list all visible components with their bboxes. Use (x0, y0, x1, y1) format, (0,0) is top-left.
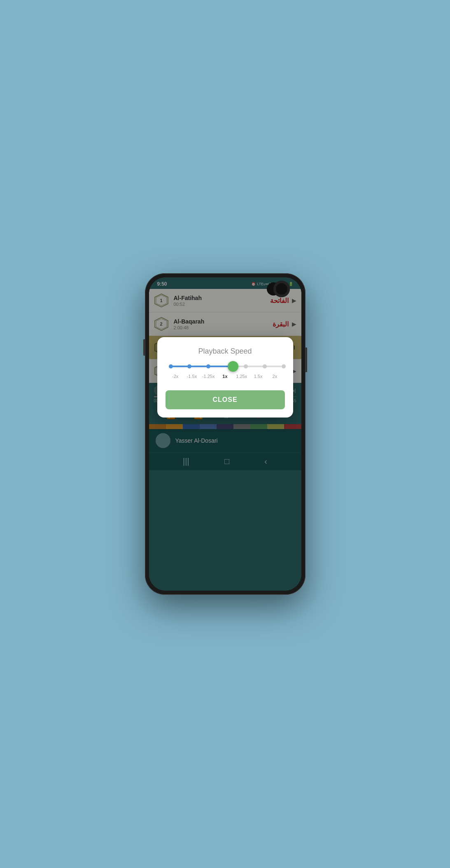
speed-track[interactable] (169, 366, 282, 367)
speed-label-3[interactable]: -1.25x (200, 374, 217, 379)
speed-dot-2 (187, 364, 191, 368)
phone-screen: 9:50 ⏰ LTE₁▪▪LTE₂▪▪ 67% 🔋 (149, 277, 301, 591)
speed-label-4[interactable]: 1x (217, 374, 233, 379)
phone-frame: 9:50 ⏰ LTE₁▪▪LTE₂▪▪ 67% 🔋 (145, 273, 305, 595)
speed-slider-container[interactable]: -2x -1.5x -1.25x 1x 1.25x 1.5x 2x (166, 366, 285, 379)
speed-label-7[interactable]: 2x (266, 374, 283, 379)
speed-thumb[interactable] (228, 361, 238, 372)
modal-title: Playback Speed (166, 347, 285, 356)
speed-label-2[interactable]: -1.5x (184, 374, 200, 379)
speed-dot-5 (244, 364, 248, 368)
speed-dot-7 (282, 364, 286, 368)
speed-label-5[interactable]: 1.25x (233, 374, 250, 379)
battery-text: 67% (280, 282, 287, 286)
speed-dot-1 (169, 364, 173, 368)
playback-speed-modal: Playback Speed (157, 337, 293, 418)
speed-labels: -2x -1.5x -1.25x 1x 1.25x 1.5x 2x (167, 374, 283, 379)
app-screen: 9:50 ⏰ LTE₁▪▪LTE₂▪▪ 67% 🔋 (149, 277, 301, 591)
speed-track-filled (169, 366, 234, 367)
volume-button (143, 339, 145, 356)
close-button[interactable]: CLOSE (166, 390, 285, 409)
speed-label-1[interactable]: -2x (167, 374, 184, 379)
modal-overlay: Playback Speed (149, 277, 301, 591)
power-button (305, 347, 307, 372)
speed-dot-3 (206, 364, 210, 368)
speed-dot-6 (263, 364, 267, 368)
speed-label-6[interactable]: 1.5x (250, 374, 266, 379)
